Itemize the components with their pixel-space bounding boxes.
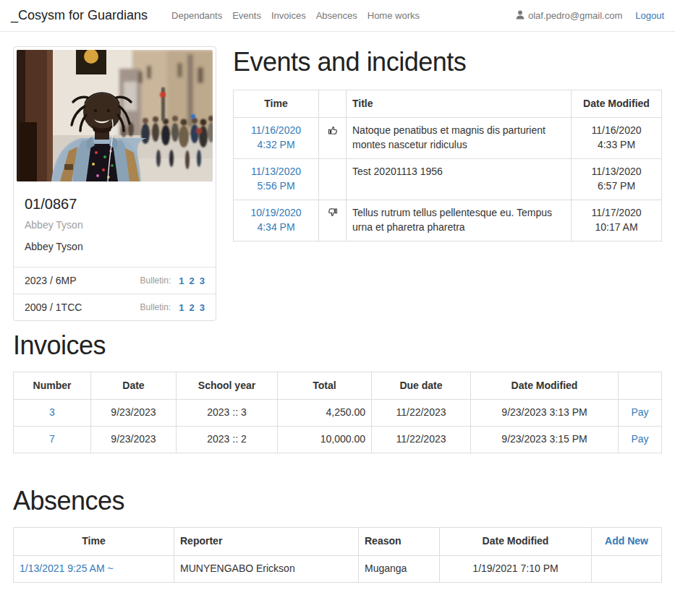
invoice-school-year: 2023 :: 3 (177, 400, 278, 427)
user-menu[interactable]: olaf.pedro@gmail.com (516, 10, 622, 22)
invoice-date-modified: 9/23/2023 3:13 PM (471, 400, 619, 427)
absences-header-reporter: Reporter (174, 527, 359, 555)
events-header-date-modified: Date Modified (572, 90, 662, 118)
invoices-header-school-year: School year (177, 372, 278, 400)
invoices-header-total: Total (278, 372, 372, 400)
absences-table: Time Reporter Reason Date Modified Add N… (13, 527, 662, 583)
invoices-header-due-date: Due date (372, 372, 471, 400)
absences-section-title: Absences (13, 487, 662, 516)
absence-date-modified: 1/19/2021 7:10 PM (440, 555, 592, 582)
nav-item-absences[interactable]: Absences (311, 10, 362, 21)
invoices-header-date: Date (91, 372, 177, 400)
invoices-table: Number Date School year Total Due date D… (13, 372, 662, 454)
invoices-section-title: Invoices (13, 331, 662, 360)
invoice-date: 9/23/2023 (91, 400, 177, 427)
bulletin-link-1[interactable]: 1 (179, 275, 184, 286)
bulletin-link-3[interactable]: 3 (200, 275, 205, 286)
dependant-subtitle: Abbey Tyson (25, 219, 205, 231)
event-title: Test 20201113 1956 (347, 159, 572, 200)
bulletin-label: Bulletin: (140, 302, 171, 312)
logout-button[interactable]: Logout (635, 10, 664, 21)
student-photo (17, 50, 213, 181)
invoice-total: 10,000.00 (278, 427, 372, 453)
absence-reporter: MUNYENGABO Erickson (174, 555, 359, 582)
event-title: Tellus rutrum tellus pellentesque eu. Te… (347, 200, 572, 241)
event-time-link[interactable]: 11/13/20205:56 PM (251, 166, 301, 192)
event-date-modified: 11/16/20204:33 PM (572, 118, 662, 159)
enrollment-row: 2023 / 6MP Bulletin: 1 2 3 (14, 267, 216, 294)
invoices-header-date-modified: Date Modified (471, 372, 619, 400)
user-icon (516, 10, 525, 22)
invoice-due-date: 11/22/2023 (372, 400, 471, 427)
invoice-number-link[interactable]: 7 (49, 433, 55, 445)
nav-item-invoices[interactable]: Invoices (266, 10, 311, 21)
bulletin-label: Bulletin: (140, 275, 171, 286)
invoice-school-year: 2023 :: 2 (177, 427, 278, 453)
events-header-time: Time (234, 90, 319, 118)
events-section-title: Events and incidents (233, 48, 662, 77)
absence-row: 1/13/2021 9:25 AM ~ MUNYENGABO Erickson … (14, 555, 662, 582)
absences-header-date-modified: Date Modified (440, 527, 592, 555)
event-date-modified: 11/17/202010:17 AM (572, 200, 662, 241)
event-row: 11/13/20205:56 PM Test 20201113 1956 11/… (234, 159, 662, 200)
bulletin-link-2[interactable]: 2 (190, 275, 195, 286)
absence-actions-cell (592, 555, 662, 582)
enrollment-label: 2023 / 6MP (25, 275, 77, 286)
invoice-due-date: 11/22/2023 (372, 427, 471, 453)
invoice-date: 9/23/2023 (91, 427, 177, 453)
events-header-title: Title (347, 90, 572, 118)
profile-caption: 01/0867 Abbey Tyson Abbey Tyson (14, 184, 216, 267)
absences-header-time: Time (14, 527, 174, 555)
nav-item-home-works[interactable]: Home works (362, 10, 425, 21)
dependant-profile-card: 01/0867 Abbey Tyson Abbey Tyson 2023 / 6… (13, 46, 216, 321)
absences-header-reason: Reason (359, 527, 440, 555)
enrollment-row: 2009 / 1TCC Bulletin: 1 2 3 (14, 294, 216, 320)
navbar: _Cosysm for Guardians Dependants Events … (0, 0, 675, 32)
absence-reason: Muganga (359, 555, 440, 582)
event-date-modified: 11/13/20206:57 PM (572, 159, 662, 200)
bulletin-link-3[interactable]: 3 (200, 302, 205, 313)
user-email: olaf.pedro@gmail.com (528, 10, 622, 21)
event-row: 10/19/20204:34 PM Tellus rutrum tellus p… (234, 200, 662, 241)
nav-item-dependants[interactable]: Dependants (166, 10, 227, 21)
navbar-right: olaf.pedro@gmail.com Logout (516, 10, 664, 22)
events-header-icon (319, 90, 347, 118)
invoices-header-pay (619, 372, 662, 400)
thumbs-down-icon (328, 208, 338, 220)
event-row: 11/16/20204:32 PM Natoque penatibus et m… (234, 118, 662, 159)
enrollment-label: 2009 / 1TCC (25, 301, 82, 313)
invoices-header-number: Number (14, 372, 91, 400)
event-title: Natoque penatibus et magnis dis parturie… (347, 118, 572, 159)
thumbs-up-icon (328, 126, 338, 137)
dependant-code: 01/0867 (25, 196, 205, 213)
nav-links: Dependants Events Invoices Absences Home… (166, 10, 425, 21)
nav-item-events[interactable]: Events (227, 10, 266, 21)
event-time-link[interactable]: 10/19/20204:34 PM (250, 207, 301, 233)
brand-logo[interactable]: _Cosysm for Guardians (11, 8, 148, 23)
pay-button[interactable]: Pay (631, 433, 648, 445)
bulletin-link-1[interactable]: 1 (179, 302, 184, 313)
invoice-number-link[interactable]: 3 (49, 406, 55, 418)
events-table: Time Title Date Modified 11/16/20204:32 … (233, 90, 662, 241)
pay-button[interactable]: Pay (631, 406, 648, 418)
dependant-name: Abbey Tyson (25, 241, 205, 252)
add-new-absence-button[interactable]: Add New (605, 535, 648, 547)
invoice-date-modified: 9/23/2023 3:15 PM (471, 427, 619, 453)
invoice-row: 3 9/23/2023 2023 :: 3 4,250.00 11/22/202… (14, 400, 662, 427)
invoice-row: 7 9/23/2023 2023 :: 2 10,000.00 11/22/20… (14, 427, 662, 453)
absence-time-link[interactable]: 1/13/2021 9:25 AM ~ (20, 562, 114, 574)
invoice-total: 4,250.00 (278, 400, 372, 427)
bulletin-link-2[interactable]: 2 (190, 302, 195, 313)
event-time-link[interactable]: 11/16/20204:32 PM (251, 124, 301, 150)
